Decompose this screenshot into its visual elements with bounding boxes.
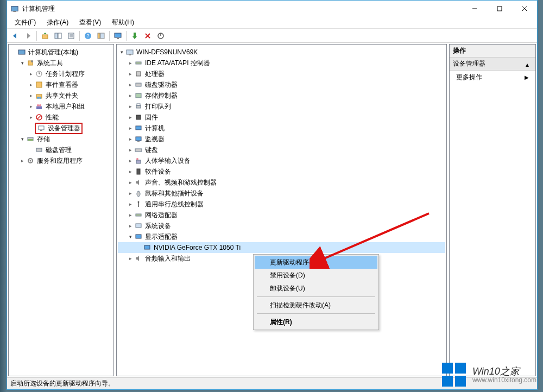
window-controls [462,1,537,17]
desktop-background-strip [0,0,7,392]
properties-button[interactable] [65,30,77,41]
svg-rect-64 [136,160,141,163]
left-tree-panel[interactable]: 计算机管理(本地) ▾ 系统工具 ▸任务计划程序 ▸事件查看器 ▸共享文件夹 ▸… [8,44,114,376]
up-level-button[interactable] [39,30,51,41]
left-item-task-scheduler[interactable]: ▸任务计划程序 [10,68,112,79]
tree-label: 存储控制器 [145,91,178,100]
storage-icon [26,135,35,143]
svg-rect-57 [137,104,140,105]
cat-system-devices[interactable]: ▸系统设备 [118,220,445,231]
ctx-properties[interactable]: 属性(R) [255,315,377,328]
monitor-icon-button[interactable] [112,30,124,41]
cat-mouse[interactable]: ▸鼠标和其他指针设备 [118,188,445,199]
svg-rect-46 [28,139,33,141]
minimize-button[interactable] [462,1,487,17]
uninstall-button[interactable] [155,30,167,41]
left-item-device-manager[interactable]: 设备管理器 [10,123,112,134]
tree-label: 系统设备 [145,222,171,231]
status-text: 启动所选设备的更新驱动程序向导。 [10,379,115,388]
tree-label: 磁盘驱动器 [145,80,178,90]
cat-print-queues[interactable]: ▸打印队列 [118,101,445,112]
cat-usb[interactable]: ▸通用串行总线控制器 [118,199,445,210]
cat-keyboard[interactable]: ▸键盘 [118,144,445,155]
cat-computer[interactable]: ▸计算机 [118,123,445,134]
tree-label: NVIDIA GeForce GTX 1050 Ti [154,244,241,251]
menu-view[interactable]: 查看(V) [75,17,105,28]
svg-rect-40 [36,106,42,109]
svg-point-37 [39,97,41,99]
help-button[interactable]: ? [82,30,94,41]
svg-point-36 [37,97,39,99]
device-root[interactable]: ▾ WIN-DFS9NUNV69K [118,47,445,58]
svg-rect-28 [18,50,25,54]
disable-button[interactable] [142,30,154,41]
left-item-shared-folders[interactable]: ▸共享文件夹 [10,90,112,101]
disk-drive-icon [134,80,143,89]
svg-rect-54 [136,83,141,86]
nav-back-button[interactable] [9,30,21,41]
show-hide-tree-button[interactable] [52,30,64,41]
computer-cat-icon [134,124,143,132]
actions-more[interactable]: 更多操作 ▶ [450,71,535,84]
menu-help[interactable]: 帮助(H) [108,17,138,28]
cat-ide-ata[interactable]: ▸IDE ATA/ATAPI 控制器 [118,58,445,68]
tree-label: 监视器 [145,135,165,144]
speaker-icon [134,178,143,187]
collapse-icon[interactable]: ▴ [526,61,532,67]
cat-monitor[interactable]: ▸监视器 [118,134,445,144]
ctx-update-driver[interactable]: 更新驱动程序(P) [255,256,377,269]
cat-software-devices[interactable]: ▸软件设备 [118,166,445,177]
titlebar: 计算机管理 [7,1,537,17]
left-item-performance[interactable]: ▸性能 [10,112,112,123]
watermark-url: www.win10xitong.com [472,377,536,384]
actions-header: 操作 [450,45,535,58]
cat-hid[interactable]: ▸人体学输入设备 [118,155,445,166]
left-group-storage[interactable]: ▾ 存储 [10,134,112,144]
close-button[interactable] [512,1,537,17]
cat-disk-drives[interactable]: ▸磁盘驱动器 [118,79,445,90]
svg-rect-21 [117,38,119,39]
left-item-disk-mgmt[interactable]: 磁盘管理 [10,144,112,155]
menu-action[interactable]: 操作(A) [42,17,73,28]
device-nvidia-gtx-1050ti[interactable]: NVIDIA GeForce GTX 1050 Ti [118,242,445,253]
tree-label: 显示适配器 [145,232,178,242]
ctx-disable-device[interactable]: 禁用设备(D) [255,269,377,282]
ctx-scan-hardware[interactable]: 扫描检测硬件改动(A) [255,299,377,312]
enable-button[interactable] [129,30,141,41]
svg-rect-51 [129,54,131,55]
left-root[interactable]: 计算机管理(本地) [10,47,112,58]
left-item-local-users[interactable]: ▸本地用户和组 [10,101,112,112]
left-group-system-tools[interactable]: ▾ 系统工具 [10,58,112,68]
tree-label: 音频输入和输出 [145,254,191,263]
svg-rect-55 [136,93,141,98]
nav-forward-button[interactable] [22,30,34,41]
users-icon [35,102,43,111]
tree-label: 处理器 [145,69,165,79]
svg-rect-62 [135,149,142,151]
layout-button[interactable] [95,30,107,41]
svg-rect-60 [136,137,141,141]
svg-rect-70 [136,214,141,216]
computer-icon [125,48,134,56]
keyboard-icon [134,146,143,154]
tree-label: 鼠标和其他指针设备 [145,189,204,198]
svg-rect-11 [58,33,61,39]
left-item-event-viewer[interactable]: ▸事件查看器 [10,79,112,90]
cat-sound-video[interactable]: ▸声音、视频和游戏控制器 [118,177,445,188]
monitor-icon [134,135,143,143]
cat-display-adapters[interactable]: ▾显示适配器 [118,231,445,242]
cat-firmware[interactable]: ▸固件 [118,112,445,123]
tree-label: 设备管理器 [48,124,80,133]
cat-network[interactable]: ▸网络适配器 [118,210,445,220]
menu-file[interactable]: 文件(F) [10,17,40,28]
maximize-button[interactable] [487,1,512,17]
ctx-uninstall-device[interactable]: 卸载设备(U) [255,282,377,295]
tree-label: 服务和应用程序 [37,156,83,166]
cat-cpu[interactable]: ▸处理器 [118,68,445,79]
actions-section-device-mgr[interactable]: 设备管理器 ▴ [450,58,535,71]
tree-label: 任务计划程序 [46,69,85,79]
toolbar: ? [7,29,537,43]
cat-storage-controllers[interactable]: ▸存储控制器 [118,90,445,101]
section-label: 设备管理器 [453,59,485,68]
left-group-services[interactable]: ▸ 服务和应用程序 [10,155,112,166]
